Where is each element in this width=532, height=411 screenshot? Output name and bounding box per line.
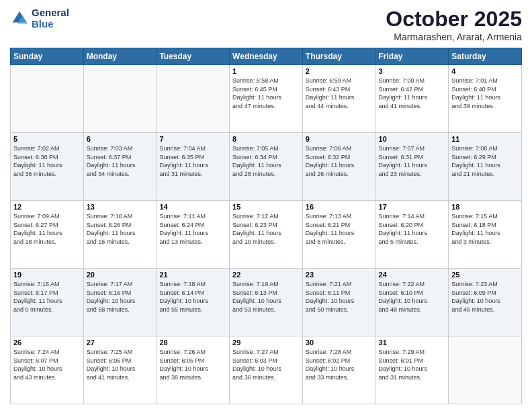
cell-w4-d6 xyxy=(449,336,522,404)
day-number: 7 xyxy=(159,135,226,143)
cell-w2-d1: 13Sunrise: 7:10 AM Sunset: 6:26 PM Dayli… xyxy=(83,201,157,269)
cell-w3-d6: 25Sunrise: 7:23 AM Sunset: 6:09 PM Dayli… xyxy=(449,269,522,336)
col-saturday: Saturday xyxy=(449,48,522,65)
day-number: 29 xyxy=(232,338,300,347)
cell-w4-d5: 31Sunrise: 7:29 AM Sunset: 6:01 PM Dayli… xyxy=(375,336,449,404)
logo: General Blue xyxy=(10,7,69,30)
cell-w4-d2: 28Sunrise: 7:26 AM Sunset: 6:05 PM Dayli… xyxy=(157,336,230,404)
day-number: 4 xyxy=(451,67,519,75)
day-number: 18 xyxy=(451,203,519,211)
day-info: Sunrise: 7:13 AM Sunset: 6:21 PM Dayligh… xyxy=(306,212,373,246)
week-row-2: 12Sunrise: 7:09 AM Sunset: 6:27 PM Dayli… xyxy=(11,201,522,269)
day-info: Sunrise: 7:08 AM Sunset: 6:29 PM Dayligh… xyxy=(451,144,519,178)
title-block: October 2025 Marmarashen, Ararat, Armeni… xyxy=(386,7,522,42)
cell-w3-d2: 21Sunrise: 7:18 AM Sunset: 6:14 PM Dayli… xyxy=(157,269,230,336)
col-monday: Monday xyxy=(83,48,157,65)
cell-w4-d1: 27Sunrise: 7:25 AM Sunset: 6:06 PM Dayli… xyxy=(83,336,157,404)
day-info: Sunrise: 7:06 AM Sunset: 6:32 PM Dayligh… xyxy=(306,144,373,178)
day-info: Sunrise: 7:17 AM Sunset: 6:16 PM Dayligh… xyxy=(87,280,154,314)
cell-w2-d0: 12Sunrise: 7:09 AM Sunset: 6:27 PM Dayli… xyxy=(11,201,84,269)
month-title: October 2025 xyxy=(386,7,522,32)
cell-w3-d0: 19Sunrise: 7:16 AM Sunset: 6:17 PM Dayli… xyxy=(11,269,84,336)
cell-w0-d2 xyxy=(157,65,230,133)
day-info: Sunrise: 6:59 AM Sunset: 6:43 PM Dayligh… xyxy=(306,77,373,110)
col-sunday: Sunday xyxy=(11,48,84,65)
page: General Blue October 2025 Marmarashen, A… xyxy=(0,0,532,411)
day-info: Sunrise: 7:10 AM Sunset: 6:26 PM Dayligh… xyxy=(87,212,154,246)
day-number: 23 xyxy=(306,271,373,279)
day-number: 20 xyxy=(87,271,154,279)
day-info: Sunrise: 7:19 AM Sunset: 6:13 PM Dayligh… xyxy=(232,280,300,314)
cell-w0-d0 xyxy=(11,65,84,133)
day-info: Sunrise: 7:24 AM Sunset: 6:07 PM Dayligh… xyxy=(13,348,81,381)
day-number: 11 xyxy=(451,135,519,143)
day-number: 8 xyxy=(232,135,300,143)
day-number: 21 xyxy=(159,271,226,279)
cell-w4-d0: 26Sunrise: 7:24 AM Sunset: 6:07 PM Dayli… xyxy=(11,336,84,404)
cell-w3-d4: 23Sunrise: 7:21 AM Sunset: 6:11 PM Dayli… xyxy=(302,269,375,336)
cell-w3-d5: 24Sunrise: 7:22 AM Sunset: 6:10 PM Dayli… xyxy=(375,269,449,336)
day-number: 24 xyxy=(379,271,446,279)
cell-w1-d1: 6Sunrise: 7:03 AM Sunset: 6:37 PM Daylig… xyxy=(83,133,157,201)
day-info: Sunrise: 7:12 AM Sunset: 6:23 PM Dayligh… xyxy=(232,212,300,246)
col-thursday: Thursday xyxy=(302,48,375,65)
day-number: 1 xyxy=(232,67,300,75)
day-info: Sunrise: 7:14 AM Sunset: 6:20 PM Dayligh… xyxy=(379,212,446,246)
week-row-1: 5Sunrise: 7:02 AM Sunset: 6:38 PM Daylig… xyxy=(11,133,522,201)
week-row-0: 1Sunrise: 6:58 AM Sunset: 6:45 PM Daylig… xyxy=(11,65,522,133)
cell-w0-d4: 2Sunrise: 6:59 AM Sunset: 6:43 PM Daylig… xyxy=(302,65,375,133)
cell-w1-d0: 5Sunrise: 7:02 AM Sunset: 6:38 PM Daylig… xyxy=(11,133,84,201)
cell-w0-d3: 1Sunrise: 6:58 AM Sunset: 6:45 PM Daylig… xyxy=(230,65,303,133)
cell-w3-d3: 22Sunrise: 7:19 AM Sunset: 6:13 PM Dayli… xyxy=(230,269,303,336)
day-number: 5 xyxy=(13,135,81,143)
day-info: Sunrise: 7:02 AM Sunset: 6:38 PM Dayligh… xyxy=(13,144,81,178)
week-row-4: 26Sunrise: 7:24 AM Sunset: 6:07 PM Dayli… xyxy=(11,336,522,404)
day-info: Sunrise: 7:03 AM Sunset: 6:37 PM Dayligh… xyxy=(87,144,154,178)
day-number: 31 xyxy=(379,338,446,347)
day-info: Sunrise: 7:22 AM Sunset: 6:10 PM Dayligh… xyxy=(379,280,446,314)
header: General Blue October 2025 Marmarashen, A… xyxy=(10,7,522,42)
day-info: Sunrise: 7:26 AM Sunset: 6:05 PM Dayligh… xyxy=(159,348,226,381)
cell-w0-d6: 4Sunrise: 7:01 AM Sunset: 6:40 PM Daylig… xyxy=(449,65,522,133)
col-tuesday: Tuesday xyxy=(157,48,230,65)
day-number: 19 xyxy=(13,271,81,279)
cell-w1-d2: 7Sunrise: 7:04 AM Sunset: 6:35 PM Daylig… xyxy=(157,133,230,201)
cell-w0-d5: 3Sunrise: 7:00 AM Sunset: 6:42 PM Daylig… xyxy=(375,65,449,133)
cell-w1-d4: 9Sunrise: 7:06 AM Sunset: 6:32 PM Daylig… xyxy=(302,133,375,201)
logo-icon xyxy=(10,9,29,28)
day-number: 14 xyxy=(159,203,226,211)
day-number: 27 xyxy=(87,338,154,347)
day-number: 16 xyxy=(306,203,373,211)
day-info: Sunrise: 7:09 AM Sunset: 6:27 PM Dayligh… xyxy=(13,212,81,246)
day-number: 3 xyxy=(379,67,446,75)
day-number: 10 xyxy=(379,135,446,143)
day-info: Sunrise: 7:15 AM Sunset: 6:18 PM Dayligh… xyxy=(451,212,519,246)
calendar-header-row: Sunday Monday Tuesday Wednesday Thursday… xyxy=(11,48,522,65)
calendar: Sunday Monday Tuesday Wednesday Thursday… xyxy=(10,48,522,404)
day-info: Sunrise: 7:04 AM Sunset: 6:35 PM Dayligh… xyxy=(159,144,226,178)
cell-w2-d2: 14Sunrise: 7:11 AM Sunset: 6:24 PM Dayli… xyxy=(157,201,230,269)
cell-w0-d1 xyxy=(83,65,157,133)
day-info: Sunrise: 7:25 AM Sunset: 6:06 PM Dayligh… xyxy=(87,348,154,381)
day-info: Sunrise: 7:00 AM Sunset: 6:42 PM Dayligh… xyxy=(379,77,446,110)
day-number: 6 xyxy=(87,135,154,143)
week-row-3: 19Sunrise: 7:16 AM Sunset: 6:17 PM Dayli… xyxy=(11,269,522,336)
day-info: Sunrise: 7:16 AM Sunset: 6:17 PM Dayligh… xyxy=(13,280,81,314)
cell-w1-d5: 10Sunrise: 7:07 AM Sunset: 6:31 PM Dayli… xyxy=(375,133,449,201)
day-number: 26 xyxy=(13,338,81,347)
day-info: Sunrise: 7:18 AM Sunset: 6:14 PM Dayligh… xyxy=(159,280,226,314)
day-number: 12 xyxy=(13,203,81,211)
location: Marmarashen, Ararat, Armenia xyxy=(386,32,522,42)
day-number: 25 xyxy=(451,271,519,279)
day-info: Sunrise: 7:05 AM Sunset: 6:34 PM Dayligh… xyxy=(232,144,300,178)
day-info: Sunrise: 7:07 AM Sunset: 6:31 PM Dayligh… xyxy=(379,144,446,178)
cell-w1-d6: 11Sunrise: 7:08 AM Sunset: 6:29 PM Dayli… xyxy=(449,133,522,201)
cell-w4-d4: 30Sunrise: 7:28 AM Sunset: 6:02 PM Dayli… xyxy=(302,336,375,404)
day-info: Sunrise: 6:58 AM Sunset: 6:45 PM Dayligh… xyxy=(232,77,300,110)
cell-w2-d3: 15Sunrise: 7:12 AM Sunset: 6:23 PM Dayli… xyxy=(230,201,303,269)
logo-text: General Blue xyxy=(32,7,69,30)
day-info: Sunrise: 7:11 AM Sunset: 6:24 PM Dayligh… xyxy=(159,212,226,246)
day-number: 22 xyxy=(232,271,300,279)
col-wednesday: Wednesday xyxy=(230,48,303,65)
day-info: Sunrise: 7:28 AM Sunset: 6:02 PM Dayligh… xyxy=(306,348,373,381)
